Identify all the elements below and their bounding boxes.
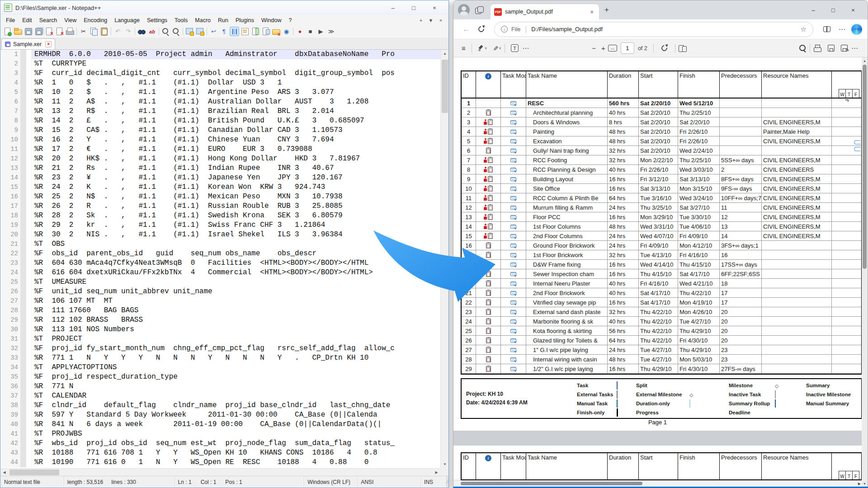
menu-item-view[interactable]: View <box>61 16 80 24</box>
fold-margin[interactable] <box>26 458 32 467</box>
bookmark-margin[interactable] <box>20 173 26 183</box>
fold-margin[interactable] <box>26 306 32 315</box>
bookmark-margin[interactable] <box>20 107 26 116</box>
fold-margin[interactable] <box>26 78 32 88</box>
editor-line[interactable]: 8%R 14 2 £ . , #1.1 (#1.1) British Pound… <box>0 116 440 126</box>
bookmark-margin[interactable] <box>20 202 26 211</box>
zoom-in-icon[interactable]: + <box>599 44 608 52</box>
fold-margin[interactable] <box>26 287 32 296</box>
monitor-icon[interactable]: ◉ <box>282 27 291 36</box>
fold-margin[interactable] <box>26 249 32 258</box>
editor-line[interactable]: 34%T APPLYACTOPTIONS <box>0 363 440 372</box>
bookmark-margin[interactable] <box>20 296 26 306</box>
menu-item-edit[interactable]: Edit <box>19 16 36 24</box>
sync-horizontal-icon[interactable] <box>195 27 205 36</box>
fold-margin[interactable] <box>26 202 32 211</box>
rotate-icon[interactable] <box>660 44 668 52</box>
editor-line[interactable]: 32%F proj_id fy_start_month_num chng_eff… <box>0 344 440 353</box>
macro-record-icon[interactable]: ● <box>295 27 305 36</box>
workspaces-icon[interactable] <box>475 6 483 14</box>
scroll-right-icon[interactable]: ▶ <box>858 480 861 487</box>
function-list-icon[interactable] <box>240 27 250 36</box>
bookmark-margin[interactable] <box>20 69 26 78</box>
editor-line[interactable]: 27%R 106 107 MT MT <box>0 296 440 306</box>
resize-grip[interactable] <box>446 476 448 488</box>
bookmark-margin[interactable] <box>20 277 26 287</box>
copilot-icon[interactable] <box>851 24 862 35</box>
print-icon[interactable] <box>65 27 75 36</box>
annotation-more-icon[interactable]: ⋯ <box>519 44 533 52</box>
doc-map-icon[interactable] <box>250 27 260 36</box>
replace-icon[interactable]: ab <box>147 27 157 36</box>
minimize-button[interactable]: – <box>803 2 823 18</box>
word-wrap-icon[interactable]: ↩ <box>209 27 218 36</box>
scroll-up-icon[interactable]: ▲ <box>862 57 868 64</box>
minimize-button[interactable]: – <box>382 1 403 14</box>
zoom-out-icon[interactable]: − <box>589 44 599 52</box>
scroll-down-icon[interactable]: ▼ <box>862 480 868 487</box>
fold-margin[interactable] <box>26 126 32 135</box>
editor-line[interactable]: 24%R 616 604 dxetxURiCkau/FFx2kbTNx 4 Co… <box>0 268 440 277</box>
redo-icon[interactable]: ↷ <box>123 27 133 36</box>
bookmark-margin[interactable] <box>20 268 26 277</box>
bookmark-margin[interactable] <box>20 249 26 258</box>
browser-tab-pdf[interactable]: PDF sample_Output.pdf × <box>491 4 599 19</box>
menu-item-run[interactable]: Run <box>214 16 232 24</box>
bookmark-margin[interactable] <box>20 126 26 135</box>
scroll-right-icon[interactable]: ▶ <box>433 469 440 476</box>
editor-line[interactable]: 41%T PROJWBS <box>0 429 440 439</box>
editor-horizontal-scrollbar[interactable]: ◀ ▶ <box>0 468 440 476</box>
vscroll-thumb[interactable] <box>442 60 448 113</box>
editor-line[interactable]: 40%R 841 N 6 days a week 2011-01-19 00:0… <box>0 420 440 429</box>
fold-margin[interactable] <box>26 353 32 363</box>
address-bar[interactable]: i File | D:/Files/sample_Output.pdf ☆ <box>494 22 813 37</box>
fold-margin[interactable] <box>26 135 32 145</box>
editor-line[interactable]: 9%R 15 2 CA$ . , #1.1 (#1.1) Canadian Do… <box>0 126 440 135</box>
editor-line[interactable]: 7%R 13 2 R$ . , #1.1 (#1.1) Brazilian Re… <box>0 107 440 116</box>
fold-margin[interactable] <box>26 69 32 78</box>
editor-line[interactable]: 10%R 16 2 Y . , #1.1 (#1.1) Chinese Yuan… <box>0 135 440 145</box>
editor-line[interactable]: 4%R 1 0 $ . , #1.1 (#1.1) Dollar USD 3 1 <box>0 78 440 88</box>
editor-lines[interactable]: 1ERMHDR 6.0.0 2010-05-05 Project admin A… <box>0 50 440 476</box>
menu-item-macro[interactable]: Macro <box>191 16 214 24</box>
pdf-content-area[interactable]: IDiTask ModeTask NameDurationStartFinish… <box>453 57 868 487</box>
editor-line[interactable]: 30%R 113 101 NOS Numbers <box>0 325 440 334</box>
bookmark-margin[interactable] <box>20 154 26 164</box>
fold-margin[interactable] <box>26 192 32 202</box>
fold-margin[interactable] <box>26 116 32 126</box>
bookmark-margin[interactable] <box>20 50 26 59</box>
menu-item-help[interactable]: ? <box>285 16 295 24</box>
editor-line[interactable]: 12%R 20 2 HK$ . , #1.1 (#1.1) Hong Kong … <box>0 154 440 164</box>
sync-vertical-icon[interactable] <box>185 27 194 36</box>
npp-titlebar[interactable]: D:\Files\Sample.xer - Notepad++ – □ × <box>0 0 448 15</box>
bookmark-margin[interactable] <box>20 458 26 467</box>
new-file-icon[interactable] <box>3 27 12 36</box>
refresh-icon[interactable] <box>477 25 485 33</box>
close-button[interactable]: × <box>843 2 863 18</box>
editor-line[interactable]: 31%T PROJECT <box>0 334 440 344</box>
save-icon[interactable] <box>828 45 835 52</box>
editor-line[interactable]: 42%F wbs_id proj_id obs_id seq_num est_w… <box>0 439 440 448</box>
menu-item-window[interactable]: Window <box>258 16 285 24</box>
fold-margin[interactable] <box>26 97 32 107</box>
page-info-icon[interactable]: i <box>501 26 508 33</box>
editor-line[interactable]: 25%T UMEASURE <box>0 277 440 287</box>
menu-item-file[interactable]: File <box>2 16 19 24</box>
zoom-in-icon[interactable] <box>161 27 170 36</box>
bookmark-margin[interactable] <box>20 239 26 249</box>
bookmark-margin[interactable] <box>20 164 26 173</box>
paste-icon[interactable] <box>99 27 109 36</box>
fold-margin[interactable] <box>26 88 32 97</box>
close-button[interactable]: × <box>424 1 445 14</box>
hscroll-thumb[interactable] <box>461 482 642 485</box>
fold-margin[interactable] <box>26 363 32 372</box>
bookmark-margin[interactable] <box>20 211 26 221</box>
fold-margin[interactable] <box>26 372 32 382</box>
save-all-icon[interactable] <box>34 27 43 36</box>
fold-margin[interactable] <box>26 164 32 173</box>
fold-margin[interactable] <box>26 344 32 353</box>
bookmark-margin[interactable] <box>20 230 26 239</box>
maximize-button[interactable]: □ <box>403 1 424 14</box>
find-icon[interactable] <box>137 27 146 36</box>
fold-margin[interactable] <box>26 50 32 59</box>
